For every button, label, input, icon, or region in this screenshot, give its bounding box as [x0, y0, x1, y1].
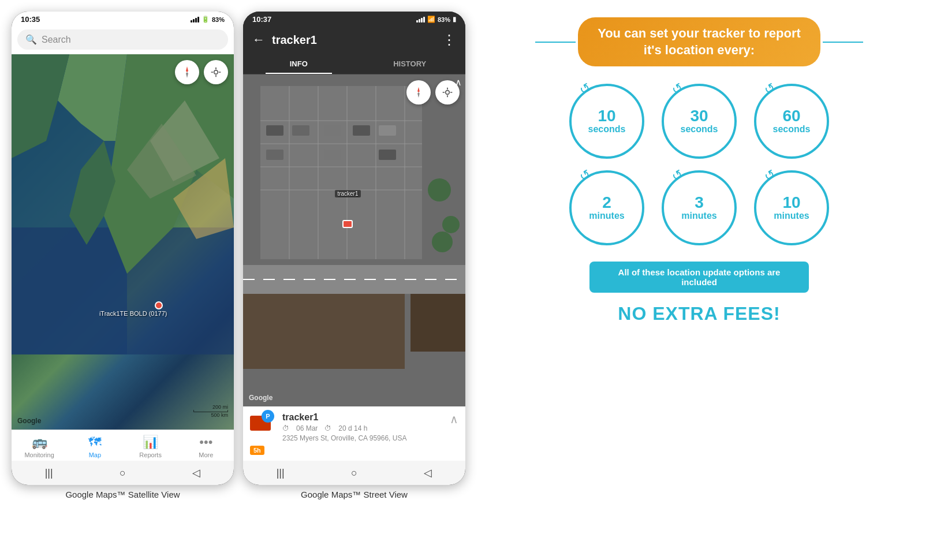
- satellite-map: iTrack1TE BOLD (0177) Google 200 mi 500 …: [12, 54, 234, 430]
- sys-recent-2[interactable]: ◁: [424, 466, 432, 479]
- phone-aerial: 10:37 📶 83% ▮ ← tracker1 ⋮: [243, 12, 465, 485]
- compass-icon-2: [412, 86, 425, 99]
- unit-10min: minutes: [774, 211, 809, 221]
- nav-monitoring-label: Monitoring: [24, 451, 54, 458]
- unit-2min: minutes: [589, 211, 624, 221]
- tab-info[interactable]: INFO: [243, 54, 354, 74]
- num-10min: 10: [782, 195, 800, 211]
- nav-map[interactable]: 🗺 Map: [67, 435, 122, 458]
- time-badge: 5h: [250, 446, 264, 455]
- nav-reports[interactable]: 📊 Reports: [123, 435, 178, 458]
- locate-button[interactable]: [204, 60, 228, 84]
- svg-rect-33: [324, 150, 341, 160]
- tracker-label-1: iTrack1TE BOLD (0177): [99, 310, 167, 317]
- tracker-duration: 20 d 14 h: [338, 424, 367, 432]
- clock-icon: ⏱: [282, 424, 289, 432]
- svg-rect-38: [410, 294, 465, 352]
- compass-icon: [180, 65, 194, 79]
- collapse-btn[interactable]: ∧: [450, 412, 458, 426]
- sys-back-1[interactable]: |||: [45, 467, 53, 479]
- time-2: 10:37: [252, 15, 271, 24]
- nav-monitoring[interactable]: 🚌 Monitoring: [12, 435, 67, 458]
- nav-reports-label: Reports: [139, 451, 162, 458]
- svg-marker-10: [186, 72, 188, 78]
- info-panel: P tracker1 ⏱ 06 Mar ⏱ 20 d 14 h 2325 Mye…: [243, 406, 465, 461]
- terrain-svg: [12, 54, 234, 430]
- num-2min: 2: [602, 195, 611, 211]
- circle-10sec: ↺ 10 seconds: [569, 84, 644, 159]
- scale-bar-1: 200 mi 500 km: [193, 404, 228, 418]
- timer-icon: ⏱: [324, 424, 331, 432]
- sys-home-2[interactable]: ○: [351, 467, 357, 479]
- sys-recent-1[interactable]: ◁: [192, 466, 200, 479]
- num-3min: 3: [695, 195, 704, 211]
- circle-2min: ↺ 2 minutes: [569, 170, 644, 245]
- unit-30sec: seconds: [681, 124, 718, 135]
- arrow-3min: ↺: [669, 166, 686, 185]
- battery-icon-1: 🔋: [201, 16, 210, 23]
- battery-icon-2: ▮: [453, 16, 456, 23]
- back-button[interactable]: ←: [252, 32, 265, 47]
- circles-grid: ↺ 10 seconds ↺ 30 seconds ↺ 60 seconds ↺…: [569, 84, 829, 245]
- status-bar-1: 10:35 🔋 83%: [12, 12, 234, 26]
- svg-rect-34: [379, 150, 396, 160]
- unit-10sec: seconds: [588, 124, 626, 135]
- svg-point-11: [214, 70, 218, 74]
- status-icons-1: 🔋 83%: [191, 16, 225, 23]
- aerial-map-area[interactable]: tracker1 Google ∧: [243, 74, 465, 406]
- svg-rect-17: [260, 86, 422, 259]
- tracker-name: tracker1: [282, 412, 444, 423]
- more-icon: •••: [199, 435, 212, 450]
- search-bar[interactable]: 🔍 Search: [17, 29, 228, 50]
- nav-more[interactable]: ••• More: [178, 435, 234, 458]
- num-60sec: 60: [782, 108, 800, 124]
- caption-aerial: Google Maps™ Street View: [301, 490, 408, 499]
- tracker-meta: ⏱ 06 Mar ⏱ 20 d 14 h: [282, 424, 444, 432]
- tracker-date: 06 Mar: [296, 424, 318, 432]
- svg-point-44: [446, 91, 450, 95]
- included-text: All of these location update options are…: [618, 267, 781, 287]
- arrow-10min: ↺: [762, 166, 778, 185]
- infographic-section: You can set your tracker to report it's …: [477, 6, 921, 336]
- tracker-address: 2325 Myers St, Oroville, CA 95966, USA: [282, 434, 444, 442]
- monitoring-icon: 🚌: [32, 435, 47, 450]
- unit-60sec: seconds: [773, 124, 811, 135]
- menu-button[interactable]: ⋮: [442, 32, 456, 48]
- status-bar-2: 10:37 📶 83% ▮: [243, 12, 465, 26]
- num-10sec: 10: [598, 108, 615, 124]
- tab-info-label: INFO: [290, 59, 308, 68]
- included-banner: All of these location update options are…: [589, 262, 809, 293]
- arrow-2min: ↺: [577, 166, 594, 185]
- tracker-icon-wrapper: P: [250, 412, 277, 439]
- tracker-info: tracker1 ⏱ 06 Mar ⏱ 20 d 14 h 2325 Myers…: [282, 412, 444, 442]
- aerial-svg: [243, 74, 465, 406]
- scale-200mi: 200 mi: [212, 404, 228, 410]
- system-nav-1: ||| ○ ◁: [12, 461, 234, 485]
- aerial-map: tracker1 Google ∧: [243, 74, 465, 406]
- headline-banner: You can set your tracker to report it's …: [578, 17, 820, 66]
- info-panel-header: P tracker1 ⏱ 06 Mar ⏱ 20 d 14 h 2325 Mye…: [250, 412, 458, 442]
- collapse-arrow[interactable]: ∧: [455, 77, 462, 88]
- caption-satellite: Google Maps™ Satellite View: [65, 490, 180, 499]
- svg-rect-27: [266, 125, 283, 136]
- phone-satellite: 10:35 🔋 83% 🔍 Search: [12, 12, 234, 485]
- no-extra-fees: NO EXTRA FEES!: [618, 303, 780, 324]
- tracker-car: [342, 220, 353, 228]
- search-input[interactable]: Search: [42, 35, 71, 45]
- compass-button-2[interactable]: [406, 80, 431, 104]
- sys-back-2[interactable]: |||: [277, 467, 285, 479]
- svg-point-40: [442, 216, 460, 233]
- svg-marker-43: [417, 92, 420, 98]
- svg-marker-9: [186, 66, 188, 72]
- battery-pct-1: 83%: [212, 16, 225, 23]
- headline-text: You can set your tracker to report it's …: [598, 26, 801, 57]
- svg-rect-31: [379, 125, 396, 136]
- svg-rect-32: [266, 150, 283, 160]
- compass-button[interactable]: [175, 60, 199, 84]
- sys-home-1[interactable]: ○: [120, 467, 126, 479]
- google-watermark-2: Google: [249, 394, 273, 402]
- battery-pct-2: 83%: [438, 16, 450, 23]
- satellite-map-area[interactable]: iTrack1TE BOLD (0177) Google 200 mi 500 …: [12, 54, 234, 430]
- arrow-10sec: ↺: [577, 80, 594, 98]
- tab-history[interactable]: HISTORY: [354, 54, 466, 74]
